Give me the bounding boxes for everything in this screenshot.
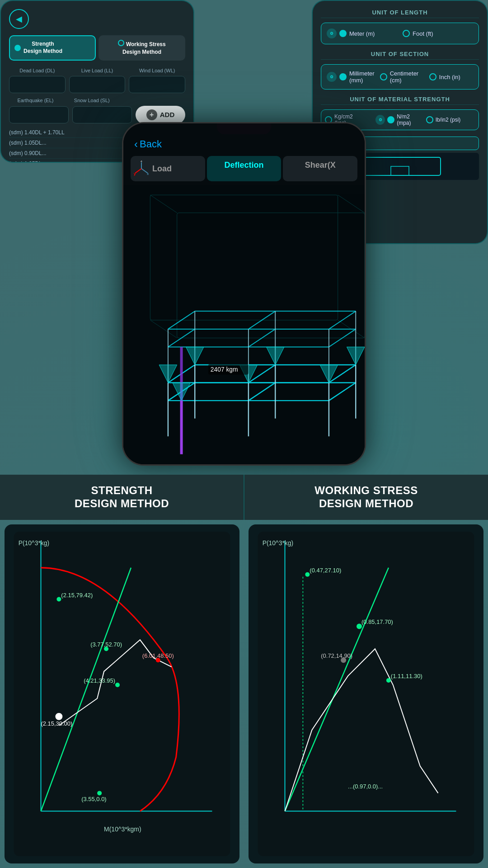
- axes-icon: z y x: [133, 160, 150, 177]
- phone-back-button[interactable]: ‹ Back: [134, 138, 162, 151]
- back-arrow-icon: ◀: [16, 14, 22, 24]
- svg-text:z: z: [141, 160, 142, 163]
- load-label-ll: Live Load (LL): [69, 68, 126, 73]
- load-labels-row: Dead Load (DL) Live Load (LL) Wind Load …: [9, 68, 185, 73]
- tab-working-stress[interactable]: Working Stress Design Method: [99, 35, 185, 61]
- load-inputs-row1: [9, 76, 185, 93]
- working-title-line1: WORKING STRESS: [314, 484, 418, 497]
- strength-method-header: STRENGTH DESIGN METHOD: [0, 475, 244, 520]
- structure-svg: 2407 kgm: [123, 185, 365, 464]
- svg-text:(0.72,14.90): (0.72,14.90): [321, 652, 352, 659]
- svg-line-4: [135, 169, 141, 173]
- unit-nm2[interactable]: ⚙ N/m2 (mpa): [375, 113, 424, 126]
- svg-text:(3.55,0.0): (3.55,0.0): [81, 796, 106, 802]
- nm2-radio[interactable]: [387, 116, 394, 123]
- svg-point-73: [56, 713, 62, 720]
- chart-right-svg: P(10^3*kg) (0.47,27.10) (0.85,17.70): [256, 532, 476, 856]
- phone-tab-shear-label: Shear(X: [305, 160, 336, 170]
- add-button[interactable]: + ADD: [136, 106, 185, 124]
- svg-text:x: x: [147, 172, 149, 176]
- method-tabs: Strength Design Method Working Stress De…: [9, 35, 185, 61]
- unit-mm[interactable]: ⚙ Millimeter(mm): [325, 68, 376, 85]
- unit-length-header: UNIT OF LENGTH: [321, 9, 479, 18]
- unit-cm[interactable]: Centimeter(cm): [378, 68, 426, 85]
- inch-label: Inch (in): [439, 74, 460, 80]
- bottom-section: STRENGTH DESIGN METHOD WORKING STRESS DE…: [0, 475, 488, 868]
- phone-back-label: Back: [140, 138, 162, 150]
- input-sl[interactable]: [72, 106, 132, 123]
- input-ll[interactable]: [69, 76, 126, 93]
- unit-strength-header: UNIT OF MATERIAL STRENGTH: [321, 96, 479, 105]
- svg-text:...(0.97,0.0)...: ...(0.97,0.0)...: [348, 783, 383, 790]
- unit-length-options: ⚙ Meter (m) Foot (ft): [321, 23, 479, 44]
- svg-text:(2.15,79.42): (2.15,79.42): [61, 592, 93, 599]
- nm2-icon: ⚙: [375, 115, 385, 125]
- input-dl[interactable]: [9, 76, 66, 93]
- phone-tab-load[interactable]: z y x Load: [131, 156, 205, 181]
- input-el[interactable]: [9, 106, 69, 123]
- svg-point-83: [305, 572, 310, 577]
- tab-strength-design[interactable]: Strength Design Method: [9, 35, 96, 61]
- phone-tab-shear[interactable]: Shear(X: [283, 156, 357, 181]
- meter-radio[interactable]: [339, 30, 347, 37]
- 3d-view[interactable]: 2407 kgm: [123, 185, 365, 464]
- svg-point-69: [115, 683, 120, 687]
- svg-text:(4.21,33.95): (4.21,33.95): [84, 677, 115, 684]
- back-button-tl[interactable]: ◀: [9, 9, 29, 29]
- svg-point-65: [56, 597, 61, 602]
- unit-foot[interactable]: Foot (ft): [401, 27, 475, 40]
- cm-radio[interactable]: [380, 73, 387, 80]
- phone-tab-deflection[interactable]: Deflection: [207, 156, 282, 181]
- load-labels-row2: Earthquake (EL) Snow Load (SL): [9, 98, 185, 103]
- tab-strength-label: Strength Design Method: [23, 41, 62, 55]
- phone-back-arrow: ‹: [134, 138, 138, 151]
- phone-screen: ‹ Back z y x Load: [123, 123, 365, 464]
- chart-right: P(10^3*kg) (0.47,27.10) (0.85,17.70): [249, 524, 483, 863]
- strength-title-line1: STRENGTH: [75, 484, 169, 497]
- load-label-sl: Snow Load (SL): [66, 98, 118, 103]
- svg-text:(0.85,17.70): (0.85,17.70): [361, 618, 393, 625]
- svg-text:P(10^3*kg): P(10^3*kg): [263, 539, 294, 547]
- add-label: ADD: [160, 111, 175, 118]
- phone-notch: [217, 123, 271, 134]
- svg-text:2407 kgm: 2407 kgm: [211, 366, 238, 373]
- unit-section-options: ⚙ Millimeter(mm) Centimeter(cm) Inch (in…: [321, 64, 479, 90]
- inch-radio[interactable]: [429, 73, 436, 80]
- chart-left: P(10^3*kg) M(10^3*kgm) (2.15,79.42): [5, 524, 239, 863]
- psi-radio[interactable]: [426, 116, 433, 123]
- charts-row: P(10^3*kg) M(10^3*kgm) (2.15,79.42): [0, 520, 488, 868]
- foot-label: Foot (ft): [413, 30, 433, 37]
- phone-tab-deflection-label: Deflection: [225, 160, 264, 170]
- unit-psi[interactable]: lb/in2 (psi): [426, 113, 475, 126]
- svg-text:P(10^3*kg): P(10^3*kg): [19, 539, 50, 547]
- tab-dot-active: [14, 45, 21, 51]
- unit-section-header: UNIT OF SECTION: [321, 51, 479, 60]
- load-inputs-row2: + ADD: [9, 106, 185, 124]
- psi-label: lb/in2 (psi): [436, 117, 460, 123]
- svg-text:(3.77,52.70): (3.77,52.70): [90, 641, 122, 648]
- load-label-dl: Dead Load (DL): [9, 68, 66, 73]
- chart-left-svg: P(10^3*kg) M(10^3*kgm) (2.15,79.42): [12, 532, 232, 856]
- svg-text:(2.15,30.00): (2.15,30.00): [41, 720, 73, 727]
- unit-meter[interactable]: ⚙ Meter (m): [325, 27, 399, 40]
- working-stress-title: WORKING STRESS DESIGN METHOD: [314, 484, 418, 510]
- phone-tab-load-label: Load: [152, 164, 172, 174]
- plus-icon: +: [146, 109, 157, 120]
- mm-label: Millimeter(mm): [349, 70, 375, 84]
- unit-inch[interactable]: Inch (in): [427, 68, 475, 85]
- svg-text:(6.01,48.50): (6.01,48.50): [142, 652, 174, 659]
- tab-working-label: Working Stress Design Method: [122, 41, 166, 55]
- cm-label: Centimeter(cm): [390, 70, 419, 84]
- mm-radio[interactable]: [339, 73, 347, 80]
- svg-point-75: [97, 791, 102, 795]
- method-headers-row: STRENGTH DESIGN METHOD WORKING STRESS DE…: [0, 475, 488, 520]
- meter-label: Meter (m): [349, 30, 375, 37]
- foot-radio[interactable]: [403, 30, 410, 37]
- svg-text:(1.11,11.30): (1.11,11.30): [391, 673, 422, 679]
- meter-icon: ⚙: [327, 28, 337, 38]
- load-label-el: Earthquake (EL): [9, 98, 62, 103]
- input-wl[interactable]: [129, 76, 185, 93]
- nm2-label: N/m2 (mpa): [397, 113, 424, 126]
- working-stress-header: WORKING STRESS DESIGN METHOD: [244, 475, 488, 520]
- mm-icon: ⚙: [327, 72, 337, 82]
